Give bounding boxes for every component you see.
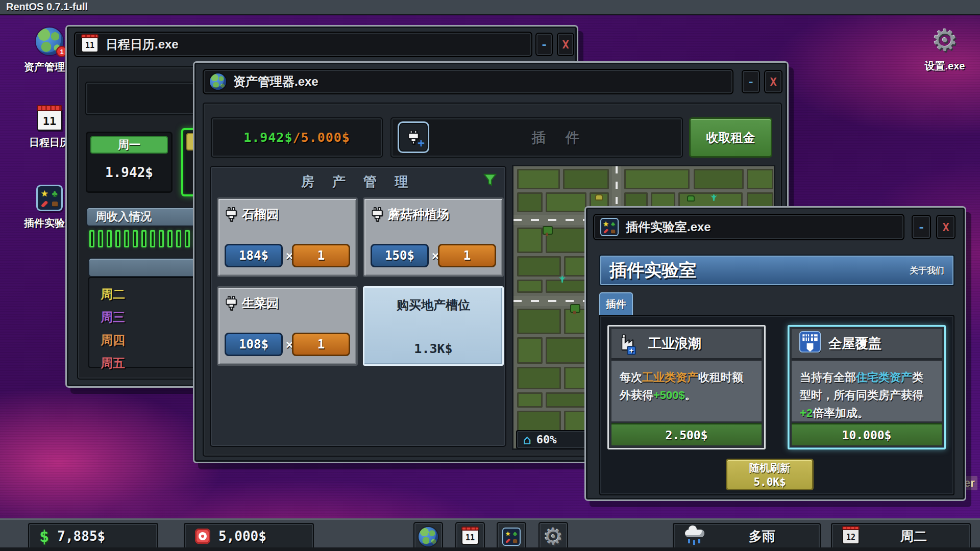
plugin-lab-icon: ★♣ (36, 185, 63, 211)
buy-slot-label: 购买地产槽位 (364, 297, 502, 313)
collect-rent-button[interactable]: 收取租金 (689, 117, 772, 158)
day-card-monday[interactable]: 周一 1.942$ (86, 132, 173, 193)
property-card: 生菜园 108$ × 1 (217, 286, 358, 366)
tree-sprite (543, 226, 551, 236)
taskbar-app-asset-manager[interactable] (413, 522, 443, 551)
plugin-lab-heading: 插件实验室 (609, 259, 696, 282)
calendar-icon-day: 11 (43, 115, 57, 128)
taskbar-app-plugin-lab[interactable]: ★♣ (497, 522, 526, 551)
property-panel: 房 产 管 理 石榴园 184$ × 1 蘑菇种植场 150$ × 1 生菜园 … (210, 166, 506, 447)
map-parcel (563, 169, 609, 189)
bush-sprite (595, 194, 603, 201)
refresh-label: 随机刷新 (749, 461, 790, 475)
calendar-window-titlebar[interactable]: 11 日程日历.exe (74, 32, 532, 57)
calendar-icon: 11 (81, 36, 99, 53)
property-card: 蘑菇种植场 150$ × 1 (363, 197, 504, 277)
plugin-card-full-coverage[interactable]: 全屋覆盖 当持有全部住宅类资产类型时，所有同类房产获得+2倍率加成。 10.00… (788, 325, 946, 449)
count-button[interactable]: 1 (292, 333, 350, 356)
taskbar-goal-value: 5,000$ (218, 529, 266, 544)
minimize-button[interactable]: - (912, 215, 931, 239)
plug-icon (372, 207, 383, 221)
os-title: RentOS 0.7.1-full (0, 1, 88, 13)
globe-icon (210, 73, 226, 90)
money-divider: / (292, 130, 301, 145)
desktop-icon-label: 日程日历 (29, 136, 70, 149)
desktop-icon-label: 设置.exe (925, 59, 965, 73)
map-parcel (517, 280, 543, 293)
soil-icon (50, 200, 59, 208)
minimize-button[interactable]: - (535, 33, 553, 56)
rent-button[interactable]: 184$ (225, 244, 283, 267)
filter-icon[interactable] (483, 173, 497, 187)
income-segment (98, 230, 103, 247)
tree-sprite (570, 304, 578, 314)
weather-value: 多雨 (749, 528, 775, 545)
income-segment (150, 230, 155, 247)
gear-icon: ⚙ (543, 525, 563, 548)
globe-icon: 1 (36, 28, 63, 55)
rent-button[interactable]: 150$ (371, 244, 429, 267)
map-parcel (517, 392, 543, 408)
desktop-icon-settings[interactable]: ⚙ 设置.exe (917, 27, 973, 73)
map-parcel (517, 367, 561, 389)
income-segment (133, 230, 138, 247)
taskbar-money-value: 7,885$ (57, 529, 105, 544)
factory-icon: + (619, 334, 641, 354)
calendar-icon-top (37, 105, 62, 111)
count-button[interactable]: 1 (438, 244, 496, 267)
plugin-card-industrial[interactable]: + 工业浪潮 每次工业类资产收租时额外获得+500$。 2.500$ (607, 325, 766, 449)
map-parcel (747, 169, 773, 189)
income-segment (124, 230, 129, 247)
plugin-window-titlebar[interactable]: ★♣ 插件实验室.exe (593, 214, 904, 240)
rent-button[interactable]: 108$ (225, 333, 283, 356)
random-refresh-button[interactable]: 随机刷新 5.0K$ (726, 459, 814, 490)
close-button[interactable]: X (764, 70, 782, 93)
dollar-icon: $ (39, 527, 49, 546)
income-segment (115, 230, 120, 247)
money-display: 1.942$/5.000$ (211, 117, 383, 158)
map-parcel (517, 192, 543, 212)
income-segment (176, 230, 181, 247)
income-segment (89, 230, 94, 247)
map-parcel (517, 309, 561, 334)
plugin-card-price[interactable]: 2.500$ (611, 423, 762, 445)
about-us-link[interactable]: 关于我们 (910, 265, 944, 277)
plugin-content-panel: + 工业浪潮 每次工业类资产收租时额外获得+500$。 2.500$ 全屋覆盖 … (599, 315, 954, 495)
map-parcel (517, 256, 561, 277)
tab-plugins[interactable]: 插件 (599, 292, 633, 315)
property-panel-title: 房 产 管 理 (211, 173, 505, 191)
refresh-price: 5.0K$ (753, 476, 786, 488)
plugin-bar-label: 插 件 (532, 129, 588, 147)
plugin-card-price[interactable]: 10.000$ (792, 423, 942, 445)
calendar-icon: 12 (842, 528, 860, 544)
map-parcel (624, 169, 690, 189)
count-button[interactable]: 1 (292, 244, 350, 267)
map-zoom-indicator: ⌂ 60% (516, 430, 589, 449)
plugin-slot-button[interactable]: + (398, 121, 429, 153)
close-button[interactable]: X (557, 33, 574, 56)
property-card: 石榴园 184$ × 1 (217, 197, 358, 277)
plugin-card-name: 全屋覆盖 (828, 335, 881, 353)
plugin-lab-icon: ★♣ (502, 528, 521, 546)
plug-icon (226, 207, 237, 221)
minimize-button[interactable]: - (742, 70, 760, 93)
income-segment (141, 230, 146, 247)
money-current: 1.942$ (243, 130, 292, 145)
close-button[interactable]: X (936, 215, 955, 239)
taskbar-app-calendar[interactable]: 11 (455, 522, 485, 551)
property-name: 蘑菇种植场 (388, 206, 449, 222)
taskbar-day-panel: 12 周二 (831, 523, 971, 549)
plugin-slot-bar: + 插 件 (390, 117, 683, 158)
buy-slot-card[interactable]: 购买地产槽位 1.3K$ (363, 286, 504, 366)
building-shield-icon (799, 331, 821, 357)
day-card-header: 周一 (90, 136, 168, 154)
income-segment (107, 230, 112, 247)
gear-icon: ⚙ (932, 27, 958, 54)
bush-sprite (687, 195, 695, 202)
taskbar-app-settings[interactable]: ⚙ (538, 522, 568, 551)
plugin-lab-banner: 插件实验室 关于我们 (599, 255, 954, 286)
asset-window-titlebar[interactable]: 资产管理器.exe (203, 69, 733, 94)
window-title: 插件实验室.exe (626, 219, 711, 235)
clover-icon: ♣ (50, 188, 59, 199)
window-title: 日程日历.exe (106, 36, 179, 53)
